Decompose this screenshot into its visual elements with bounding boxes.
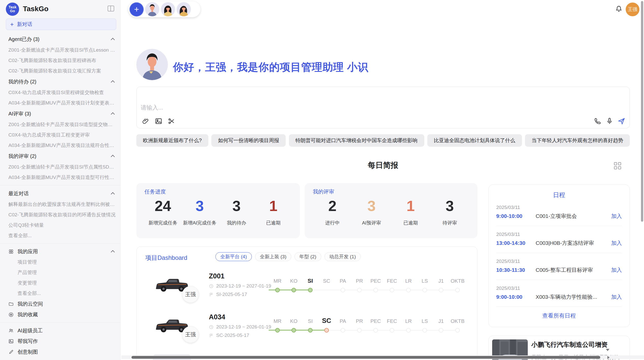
section-recent-chats[interactable]: 最近对话 (8, 188, 116, 199)
suggestion-chip[interactable]: 当下年轻人对汽车外观有怎样的喜好趋势 (525, 134, 630, 147)
milestone-label: PEC (370, 278, 381, 284)
join-button[interactable]: 加入 (611, 293, 622, 301)
task-item[interactable]: Z001-全新燃油轻卡产品开发项目SI节点属性5D文件评审 (8, 162, 116, 172)
send-icon[interactable] (618, 117, 625, 125)
milestone-dot[interactable] (390, 288, 394, 292)
milestone-dot-done[interactable] (275, 328, 280, 333)
scroll-right-arrow-icon[interactable] (607, 356, 610, 359)
project-code[interactable]: Z001 (209, 272, 225, 280)
view-all-schedule-link[interactable]: 查看所有日程 (496, 312, 622, 320)
task-item[interactable]: Z001-全新燃油轻卡产品开发项目SI造型提交物评审 (8, 119, 116, 130)
recent-chat-item[interactable]: 解释最新出台的欧盟报废车法规再生塑料比例被调至15%... (8, 199, 116, 209)
milestone-dot[interactable] (373, 288, 378, 292)
sidebar-item-help-write[interactable]: 帮我写作 (8, 336, 116, 347)
suggestion-chip[interactable]: 比亚迪全固态电池计划具体说了什么 (427, 134, 522, 147)
milestone-dot[interactable] (406, 288, 411, 292)
suggestion-chip[interactable]: 如何写一份清晰的项目周报 (211, 134, 286, 147)
milestone-dot-overdue[interactable] (324, 328, 329, 333)
tab-new-platform[interactable]: 全新平台 (4) (215, 252, 252, 261)
task-item[interactable]: A034-全新新能源MUV产品开发项目法规符合性评审 (8, 140, 116, 151)
collapse-sidebar-icon[interactable] (108, 6, 114, 11)
app-item[interactable]: 变更管理 (8, 278, 116, 288)
milestone-line-done (269, 290, 310, 290)
milestone-dot[interactable] (439, 328, 443, 333)
task-item[interactable]: A034-全新新能源MUV产品开发项目造型可行性评审 (8, 172, 116, 183)
milestone-dot-done[interactable] (291, 328, 296, 333)
app-item[interactable]: 项目管理 (8, 257, 116, 267)
chevron-up-icon[interactable] (111, 80, 115, 84)
join-button[interactable]: 加入 (611, 266, 622, 274)
milestone-dot-done[interactable] (308, 288, 313, 292)
paperclip-icon[interactable] (142, 117, 150, 125)
add-assistant-button[interactable]: + (129, 2, 144, 17)
sidebar-item-creative-draw[interactable]: 创意制图 (8, 347, 116, 357)
chevron-up-icon[interactable] (111, 112, 115, 116)
milestone-dot[interactable] (455, 288, 460, 292)
milestone-dot[interactable] (455, 328, 460, 333)
milestone-dot[interactable] (390, 328, 394, 333)
task-item[interactable]: A034-全新新能源MUV产品开发项目计划变更表编写 (8, 98, 116, 108)
layout-grid-icon[interactable] (614, 162, 621, 169)
recent-chat-view-all[interactable]: 查看全部... (8, 230, 116, 241)
scissors-icon[interactable] (168, 117, 175, 125)
milestone-dot[interactable] (422, 288, 427, 292)
milestone-dot[interactable] (373, 328, 378, 333)
milestone-dot[interactable] (341, 328, 345, 333)
notification-bell-icon[interactable] (615, 5, 623, 13)
task-item[interactable]: C02-飞腾新能源轻客改款项目立项汇报方案 (8, 66, 116, 76)
chevron-up-icon[interactable] (111, 38, 115, 42)
assistant-avatar-1[interactable] (145, 2, 159, 17)
task-item[interactable]: C0X4-动力总成开发项目工程变更评审 (8, 130, 116, 140)
sidebar-item-favorites[interactable]: 我的收藏 (8, 309, 116, 320)
milestone-dot-done[interactable] (275, 288, 280, 292)
chat-input[interactable] (141, 91, 625, 116)
people-icon (8, 328, 14, 333)
milestone-dot[interactable] (341, 288, 345, 292)
tab-new-body[interactable]: 全新上装 (3) (255, 252, 291, 261)
tab-powertrain[interactable]: 动总开发 (1) (325, 252, 361, 261)
section-ai-review[interactable]: AI评审 (3) (8, 108, 116, 119)
milestone-dot[interactable] (357, 288, 362, 292)
user-avatar[interactable]: 王强 (626, 3, 639, 16)
vertical-scrollbar-thumb[interactable] (641, 1, 643, 222)
task-item[interactable]: Z001-全新燃油皮卡产品开发项目SI节点Lesson Learn报告 (8, 45, 116, 55)
chevron-up-icon[interactable] (111, 155, 115, 159)
milestone-dot[interactable] (357, 328, 362, 333)
section-agent-done[interactable]: Agent已办 (3) (8, 34, 116, 45)
microphone-icon[interactable] (606, 117, 613, 125)
assistant-avatar-2[interactable] (161, 2, 175, 17)
image-upload-icon[interactable] (155, 117, 163, 125)
join-button[interactable]: 加入 (611, 213, 622, 220)
recent-chat-item[interactable]: 公司Q3轻卡销量 (8, 220, 116, 230)
milestone-dot[interactable] (439, 288, 443, 292)
chevron-up-icon[interactable] (111, 250, 115, 254)
horizontal-scrollbar-thumb[interactable] (131, 356, 600, 359)
project-code[interactable]: A034 (209, 313, 225, 321)
sidebar-item-ai-employee[interactable]: AI超级员工 (8, 325, 116, 336)
suggestion-chip[interactable]: 特朗普可能对进口汽车增税会对中国车企造成哪些影响 (289, 134, 424, 147)
section-my-todo[interactable]: 我的待办 (2) (8, 76, 116, 87)
scroll-down-arrow-icon[interactable] (606, 349, 609, 351)
schedule-item: 2025/03/11 10:30-11:30 C005-整车工程目标评审 加入 (496, 253, 622, 280)
task-item[interactable]: C0X4-动力总成开发项目SI里程碑提交物检查 (8, 87, 116, 98)
section-my-review[interactable]: 我的评审 (2) (8, 151, 116, 162)
phone-icon[interactable] (594, 117, 602, 125)
app-view-all[interactable]: 查看全部... (8, 288, 116, 298)
new-chat-button[interactable]: + 新对话 (6, 19, 116, 30)
suggestion-chip[interactable]: 欧洲新规最近颁布了什么? (136, 134, 208, 147)
milestone-dot[interactable] (406, 328, 411, 333)
task-item[interactable]: C02-飞腾新能源轻客改款项目里程碑画布 (8, 55, 116, 66)
assistant-greeting-avatar (136, 49, 168, 80)
sidebar-item-cloud-space[interactable]: 我的云空间 (8, 298, 116, 309)
chevron-up-icon[interactable] (111, 192, 115, 196)
milestone-dot-done[interactable] (308, 328, 313, 333)
app-item[interactable]: 产品管理 (8, 267, 116, 278)
milestone-dot-done[interactable] (291, 288, 296, 292)
tab-model-year[interactable]: 年型 (2) (295, 252, 321, 261)
milestone-dot[interactable] (422, 328, 427, 333)
sidebar-item-my-apps[interactable]: 我的应用 (8, 246, 116, 257)
input-action-tools (594, 117, 625, 125)
join-button[interactable]: 加入 (611, 239, 622, 247)
recent-chat-item[interactable]: C02-飞腾新能源轻客改款项目的闭环通告反馈情况 (8, 209, 116, 220)
assistant-avatar-3[interactable] (177, 2, 191, 17)
